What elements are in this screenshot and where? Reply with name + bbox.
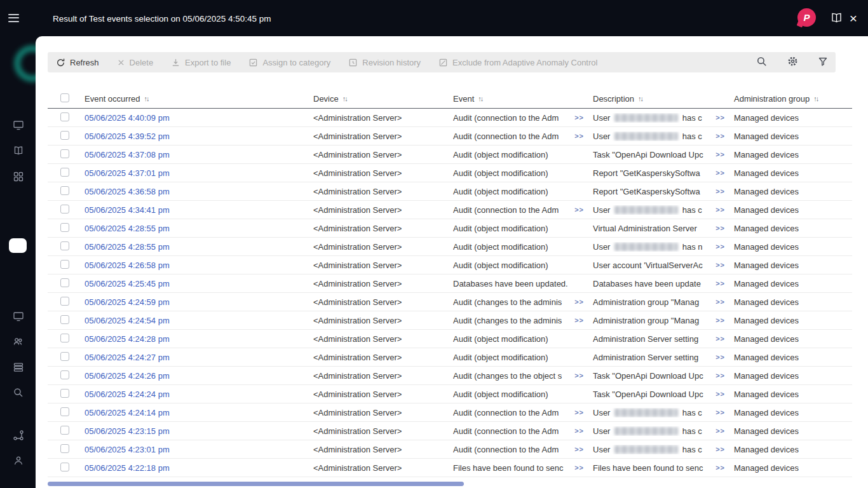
table-row[interactable]: 05/06/2025 4:24:28 pm <Administration Se… [48, 330, 852, 348]
event-time-link[interactable]: 05/06/2025 4:28:55 pm [85, 242, 170, 252]
row-checkbox[interactable] [60, 223, 69, 232]
sort-icon[interactable]: ↑↓ [144, 95, 148, 102]
event-time-link[interactable]: 05/06/2025 4:24:14 pm [85, 408, 170, 417]
table-row[interactable]: 05/06/2025 4:24:54 pm <Administration Se… [48, 311, 852, 330]
table-row[interactable]: 05/06/2025 4:37:08 pm <Administration Se… [48, 146, 852, 164]
devices-grid-icon[interactable] [13, 171, 24, 182]
row-checkbox[interactable] [60, 444, 69, 453]
row-checkbox[interactable] [60, 205, 69, 214]
desc-expand-link[interactable]: >> [715, 445, 725, 453]
assign-to-category-button[interactable]: Assign to category [248, 58, 330, 67]
row-checkbox[interactable] [60, 241, 69, 250]
event-expand-link[interactable]: >> [574, 114, 584, 121]
table-row[interactable]: 05/06/2025 4:34:41 pm <Administration Se… [48, 201, 852, 219]
table-row[interactable]: 05/06/2025 4:22:18 pm <Administration Se… [48, 459, 852, 477]
table-row[interactable]: 05/06/2025 4:28:55 pm <Administration Se… [48, 238, 852, 256]
row-checkbox[interactable] [60, 389, 69, 398]
column-header-device[interactable]: Device ↑↓ [313, 94, 453, 104]
event-time-link[interactable]: 05/06/2025 4:24:54 pm [85, 316, 170, 325]
desc-expand-link[interactable]: >> [715, 243, 725, 250]
desc-expand-link[interactable]: >> [715, 187, 725, 195]
desc-expand-link[interactable]: >> [715, 298, 725, 306]
desc-expand-link[interactable]: >> [715, 464, 725, 471]
row-checkbox[interactable] [60, 260, 69, 269]
event-expand-link[interactable]: >> [574, 316, 584, 324]
column-header-event[interactable]: Event ↑↓ [453, 94, 593, 104]
search-icon[interactable] [756, 56, 768, 69]
event-time-link[interactable]: 05/06/2025 4:24:24 pm [85, 390, 170, 399]
filter-funnel-icon[interactable] [817, 56, 829, 69]
desc-expand-link[interactable]: >> [715, 151, 725, 158]
event-time-link[interactable]: 05/06/2025 4:24:26 pm [85, 371, 170, 381]
table-row[interactable]: 05/06/2025 4:23:01 pm <Administration Se… [48, 440, 852, 459]
row-checkbox[interactable] [60, 131, 69, 140]
event-time-link[interactable]: 05/06/2025 4:22:18 pm [85, 463, 170, 473]
monitoring-monitor-icon[interactable] [13, 119, 24, 131]
row-checkbox[interactable] [60, 407, 69, 416]
table-row[interactable]: 05/06/2025 4:24:24 pm <Administration Se… [48, 385, 852, 403]
export-to-file-button[interactable]: Export to file [171, 58, 231, 67]
row-checkbox[interactable] [60, 149, 69, 158]
event-time-link[interactable]: 05/06/2025 4:34:41 pm [85, 205, 170, 215]
desc-expand-link[interactable]: >> [715, 224, 725, 232]
table-row[interactable]: 05/06/2025 4:36:58 pm <Administration Se… [48, 182, 852, 201]
exclude-anomaly-button[interactable]: Exclude from Adaptive Anomaly Control [438, 58, 597, 67]
column-header-administration-group[interactable]: Administration group ↑↓ [734, 94, 852, 104]
row-checkbox[interactable] [60, 168, 69, 177]
event-time-link[interactable]: 05/06/2025 4:28:55 pm [85, 224, 170, 233]
desc-expand-link[interactable]: >> [715, 409, 725, 416]
event-expand-link[interactable]: >> [574, 427, 584, 435]
event-time-link[interactable]: 05/06/2025 4:24:59 pm [85, 297, 170, 307]
table-row[interactable]: 05/06/2025 4:39:52 pm <Administration Se… [48, 127, 852, 146]
help-book-icon[interactable] [829, 11, 843, 25]
event-time-link[interactable]: 05/06/2025 4:37:01 pm [85, 168, 170, 178]
event-expand-link[interactable]: >> [574, 132, 584, 140]
desc-expand-link[interactable]: >> [715, 372, 725, 379]
delete-button[interactable]: Delete [117, 58, 154, 67]
table-row[interactable]: 05/06/2025 4:40:09 pm <Administration Se… [48, 109, 852, 127]
server-stack-icon[interactable] [13, 362, 24, 373]
event-expand-link[interactable]: >> [574, 409, 584, 416]
event-expand-link[interactable]: >> [574, 445, 584, 453]
close-icon[interactable]: × [844, 9, 863, 28]
sort-icon[interactable]: ↑↓ [478, 95, 482, 102]
event-time-link[interactable]: 05/06/2025 4:23:15 pm [85, 426, 170, 436]
event-time-link[interactable]: 05/06/2025 4:23:01 pm [85, 445, 170, 454]
table-row[interactable]: 05/06/2025 4:24:27 pm <Administration Se… [48, 348, 852, 367]
event-time-link[interactable]: 05/06/2025 4:24:27 pm [85, 353, 170, 362]
event-time-link[interactable]: 05/06/2025 4:26:58 pm [85, 261, 170, 270]
desc-expand-link[interactable]: >> [715, 316, 725, 324]
topology-nodes-icon[interactable] [13, 430, 24, 441]
select-all-checkbox[interactable] [60, 93, 69, 102]
endpoint-monitor-icon[interactable] [13, 311, 24, 322]
row-checkbox[interactable] [60, 463, 69, 471]
sort-icon[interactable]: ↑↓ [638, 95, 642, 102]
event-expand-link[interactable]: >> [574, 372, 584, 379]
reports-book-icon[interactable] [13, 145, 24, 156]
event-time-link[interactable]: 05/06/2025 4:37:08 pm [85, 150, 170, 159]
desc-expand-link[interactable]: >> [715, 261, 725, 269]
settings-gear-icon[interactable] [786, 56, 799, 69]
table-row[interactable]: 05/06/2025 4:24:59 pm <Administration Se… [48, 293, 852, 311]
row-checkbox[interactable] [60, 297, 69, 306]
event-expand-link[interactable]: >> [574, 464, 584, 471]
column-header-description[interactable]: Description ↑↓ [593, 94, 734, 104]
desc-expand-link[interactable]: >> [715, 206, 725, 214]
table-row[interactable]: 05/06/2025 4:23:15 pm <Administration Se… [48, 422, 852, 440]
desc-expand-link[interactable]: >> [715, 280, 725, 287]
row-checkbox[interactable] [60, 315, 69, 324]
event-time-link[interactable]: 05/06/2025 4:24:28 pm [85, 334, 170, 344]
event-time-link[interactable]: 05/06/2025 4:25:45 pm [85, 279, 170, 288]
desc-expand-link[interactable]: >> [715, 114, 725, 121]
event-expand-link[interactable]: >> [574, 298, 584, 306]
sort-icon[interactable]: ↑↓ [342, 95, 347, 102]
desc-expand-link[interactable]: >> [715, 390, 725, 398]
feedback-badge[interactable]: P [797, 8, 816, 27]
row-checkbox[interactable] [60, 370, 69, 379]
table-row[interactable]: 05/06/2025 4:24:14 pm <Administration Se… [48, 403, 852, 422]
desc-expand-link[interactable]: >> [715, 169, 725, 177]
users-icon[interactable] [13, 336, 24, 348]
table-row[interactable]: 05/06/2025 4:26:58 pm <Administration Se… [48, 256, 852, 274]
table-row[interactable]: 05/06/2025 4:28:55 pm <Administration Se… [48, 219, 852, 238]
event-time-link[interactable]: 05/06/2025 4:39:52 pm [85, 132, 170, 141]
